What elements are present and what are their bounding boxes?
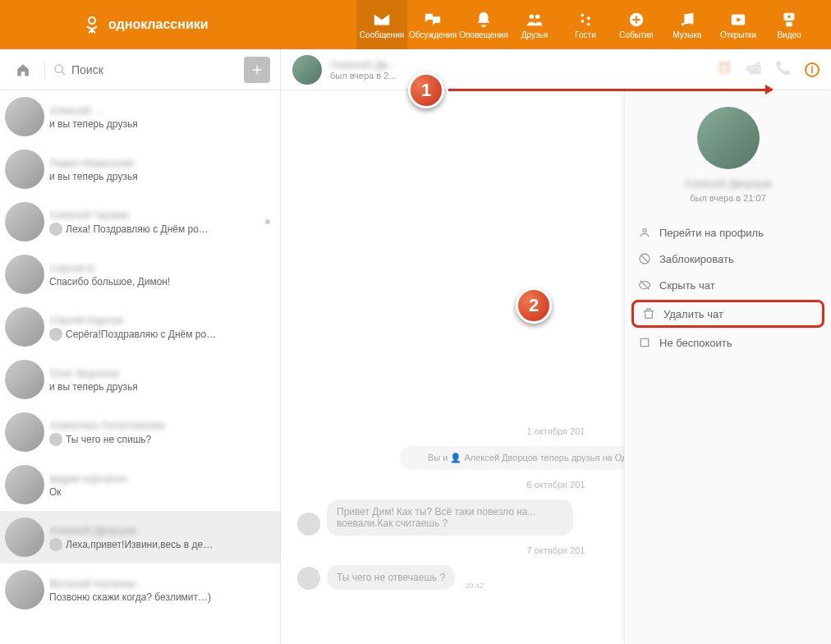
search-bar: [0, 49, 280, 90]
menu-square[interactable]: Не беспокоить: [625, 329, 831, 356]
chat-item[interactable]: Павел Мамышеви вы теперь друзья: [0, 143, 280, 196]
chat-avatar: [5, 465, 44, 504]
nav-people[interactable]: Друзья: [509, 0, 560, 49]
nav-mail[interactable]: Сообщения: [356, 0, 407, 49]
brand-logo[interactable]: одноклассники: [82, 15, 209, 34]
annotation-arrow: [448, 89, 772, 91]
msg-avatar: [297, 567, 320, 590]
info-panel: Алексей Дворцов был вчера в 21:07 Перейт…: [624, 90, 831, 644]
menu-label: Удалить чат: [663, 308, 723, 320]
nav-music[interactable]: Музыка: [662, 0, 713, 49]
nav-label: Открытки: [720, 30, 756, 39]
nav-label: Гости: [575, 30, 595, 39]
info-button[interactable]: i: [805, 62, 820, 77]
chat-name: Сергей Карпов: [49, 314, 270, 326]
audio-call-icon[interactable]: 📞: [775, 60, 795, 80]
mini-avatar-icon: [49, 538, 62, 551]
chat-item[interactable]: Алексей ДворцовЛеха,привет!Извини,весь в…: [0, 511, 280, 564]
chat-avatar: [5, 255, 44, 294]
mail-icon: [373, 11, 391, 29]
chat-avatar: [5, 150, 44, 189]
nav-chat[interactable]: Обсуждения: [407, 0, 458, 49]
callout-1: 1: [408, 72, 444, 108]
square-icon: [638, 336, 651, 349]
bell-icon: [475, 11, 493, 29]
profile-section: Алексей Дворцов был вчера в 21:07: [625, 90, 831, 214]
chat-header-avatar[interactable]: [292, 55, 322, 85]
nav-play[interactable]: Открытки: [713, 0, 764, 49]
svg-point-9: [691, 21, 694, 24]
svg-point-3: [581, 13, 585, 16]
svg-point-13: [55, 65, 62, 72]
unread-dot-icon: [265, 219, 270, 224]
nav-bell[interactable]: Оповещения: [458, 0, 509, 49]
menu-trash[interactable]: Удалить чат: [631, 300, 824, 328]
chat-sidebar: Алексей ...и вы теперь друзьяПавел Мамыш…: [0, 49, 281, 644]
chat-item[interactable]: Анжелика ЛопатниковаТы чего не спишь?: [0, 406, 280, 458]
svg-point-8: [682, 22, 685, 25]
svg-point-2: [535, 14, 540, 18]
chat-avatar: [5, 518, 44, 557]
profile-name: Алексей Дворцов: [633, 177, 823, 190]
chat-preview: и вы теперь друзья: [49, 118, 270, 130]
chat-avatar: [5, 412, 44, 452]
video-call-icon[interactable]: 📹: [746, 60, 765, 80]
menu-label: Перейти на профиль: [659, 227, 764, 239]
menu-eye-off[interactable]: Скрыть чат: [625, 272, 831, 298]
callout-2: 2: [516, 288, 552, 324]
new-chat-button[interactable]: [244, 57, 270, 83]
eye-off-icon: [638, 278, 651, 292]
chat-avatar: [5, 307, 44, 347]
svg-point-6: [587, 22, 590, 25]
mini-avatar-icon: [49, 223, 62, 236]
home-button[interactable]: [10, 57, 36, 83]
video-icon: [780, 11, 798, 29]
chat-preview: и вы теперь друзья: [49, 381, 270, 393]
ok-logo-icon: [82, 15, 102, 34]
chat-preview: Ок: [49, 486, 270, 498]
brand-name: одноклассники: [108, 17, 209, 32]
chat-item[interactable]: Сергей БСпасибо большое, Димон!: [0, 248, 280, 301]
nav-feet[interactable]: Гости: [560, 0, 611, 49]
nav-plus-circle[interactable]: События: [611, 0, 662, 49]
chat-list: Алексей ...и вы теперь друзьяПавел Мамыш…: [0, 90, 280, 644]
msg-avatar: [297, 513, 320, 536]
info-menu: Перейти на профильЗаблокироватьСкрыть ча…: [625, 214, 831, 361]
nav-menu: СообщенияОбсужденияОповещенияДрузьяГости…: [356, 0, 815, 49]
chat-preview: Позвоню скажи когда? безлимит…): [49, 591, 270, 603]
chat-item[interactable]: Сергей КарповСерёга!Поздравляю с Днём ро…: [0, 301, 280, 353]
chat-header: Алексей Дв... был вчера в 2... 🎁 📹 📞 i: [281, 49, 831, 90]
search-icon: [53, 63, 67, 76]
chat-header-status: был вчера в 2...: [330, 71, 396, 80]
chat-item[interactable]: Виталий КалининПозвоню скажи когда? безл…: [0, 564, 280, 616]
search-input[interactable]: [71, 63, 236, 76]
chat-name: вадим корчагин: [49, 472, 270, 485]
chat-item[interactable]: Алексей ЧукаевЛеха! Поздравляю с Днём ро…: [0, 196, 280, 248]
chat-avatar: [5, 570, 44, 610]
person-icon: [638, 226, 651, 239]
chat-name: Алексей Дворцов: [49, 524, 270, 536]
gift-icon[interactable]: 🎁: [716, 60, 736, 80]
chat-item[interactable]: Олег Воронови вы теперь друзья: [0, 353, 280, 406]
chat-preview: и вы теперь друзья: [49, 171, 270, 182]
chat-item[interactable]: Алексей ...и вы теперь друзья: [0, 90, 280, 143]
chat-preview: Спасибо большое, Димон!: [49, 276, 270, 288]
chat-avatar: [5, 202, 44, 242]
chat-preview: Ты чего не спишь?: [49, 433, 270, 446]
svg-point-0: [89, 17, 95, 24]
chat-preview: Леха,привет!Извини,весь в де…: [49, 538, 270, 551]
menu-block[interactable]: Заблокировать: [625, 246, 831, 272]
block-icon: [638, 252, 651, 265]
chat-avatar: [5, 97, 44, 136]
chat-name: Сергей Б: [49, 262, 270, 274]
chat-name: Олег Воронов: [49, 367, 270, 380]
menu-person[interactable]: Перейти на профиль: [625, 219, 831, 246]
chat-item[interactable]: вадим корчагинОк: [0, 458, 280, 511]
nav-label: События: [619, 30, 653, 39]
chat-name: Анжелика Лопатникова: [49, 419, 270, 431]
nav-label: Видео: [777, 30, 801, 39]
profile-avatar[interactable]: [697, 107, 760, 169]
svg-point-4: [587, 16, 590, 20]
nav-video[interactable]: Видео: [764, 0, 815, 49]
mini-avatar-icon: [49, 433, 62, 446]
